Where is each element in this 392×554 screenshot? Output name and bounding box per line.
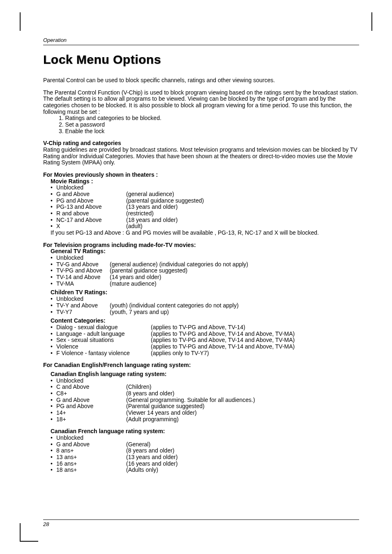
movie-ratings-list: •Unblocked •G and Above(general audience… [51, 185, 204, 230]
running-head: Operation [43, 37, 359, 45]
list-item: •16 ans+(16 years and older) [51, 461, 178, 467]
list-item: •C and Above(Children) [51, 384, 255, 390]
list-item: •Unblocked [51, 435, 178, 441]
list-item: •14+(Viewer 14 years and older) [51, 410, 255, 416]
list-item: •TV-Y and Above(youth) (individual conte… [51, 302, 239, 309]
list-item: •Unblocked [51, 185, 204, 191]
list-item: •Unblocked [51, 296, 239, 302]
list-item: •13 ans+(13 years and older) [51, 454, 178, 461]
list-item: •TV-Y7(youth, 7 years and up) [51, 309, 239, 316]
crop-mark [20, 523, 21, 542]
list-item: •Language - adult language(applies to TV… [51, 331, 295, 337]
list-item: •Violence(applies to TV-PG and Above, TV… [51, 344, 295, 350]
list-item: •Unblocked [51, 378, 255, 384]
list-item: •X(adult) [51, 223, 204, 230]
list-item: •C8+(8 years and older) [51, 390, 255, 397]
vchip-paragraph: The Parental Control Function (V-Chip) i… [43, 90, 359, 115]
movie-note: If you set PG-13 and Above : G and PG mo… [51, 230, 359, 236]
canadian-english-heading: Canadian English language rating system: [51, 371, 359, 378]
list-item: •Unblocked [51, 255, 248, 261]
page-number: 28 [43, 519, 359, 527]
general-tv-list: •Unblocked •TV-G and Above(general audie… [51, 255, 248, 287]
subheading-canadian: For Canadian English/French language rat… [43, 362, 359, 369]
children-tv-list: •Unblocked •TV-Y and Above(youth) (indiv… [51, 296, 239, 315]
list-item: •NC-17 and Above(18 years and older) [51, 217, 204, 224]
subheading-vchip: V-Chip rating and categories [43, 140, 359, 147]
general-tv-heading: General TV Ratings: [51, 248, 359, 255]
crop-mark [20, 541, 38, 542]
canadian-french-list: •Unblocked •G and Above(General) •8 ans+… [51, 435, 178, 473]
body-text: Parental Control can be used to block sp… [43, 77, 359, 473]
page-title: Lock Menu Options [43, 53, 359, 67]
list-item: •PG and Above(Parental guidance suggeste… [51, 403, 255, 410]
list-item: •G and Above(General programming. Suitab… [51, 397, 255, 404]
step-item: 2. Set a password [43, 122, 359, 128]
canadian-french-heading: Canadian French language rating system: [51, 428, 359, 435]
content-categories-heading: Content Categories: [51, 318, 359, 324]
list-item: •TV-G and Above(general audience) (indiv… [51, 261, 248, 268]
content-categories-list: •Dialog - sexual dialogue(applies to TV-… [51, 324, 295, 356]
crop-mark [20, 12, 21, 31]
list-item: •G and Above(General) [51, 441, 178, 448]
list-item: •8 ans+(8 years and older) [51, 448, 178, 454]
list-item: •PG-13 and Above(13 years and older) [51, 204, 204, 210]
vchip-body: Rating guidelines are provided by broadc… [43, 147, 359, 166]
crop-mark [371, 12, 372, 31]
list-item: •Dialog - sexual dialogue(applies to TV-… [51, 324, 295, 331]
list-item: •R and above(restricted) [51, 210, 204, 217]
list-item: •F Violence - fantasy violence(applies o… [51, 350, 295, 357]
list-item: •18 ans+(Adults only) [51, 467, 178, 473]
list-item: •18+(Adult programming) [51, 416, 255, 423]
subheading-tv: For Television programs including made-f… [43, 242, 359, 249]
list-item: •Sex - sexual situations(applies to TV-P… [51, 337, 295, 344]
page-content: Operation Lock Menu Options Parental Con… [43, 37, 359, 527]
list-item: •TV-14 and Above(14 years and older) [51, 274, 248, 281]
movie-ratings-heading: Movie Ratings : [51, 178, 359, 185]
subheading-movies: For Movies previously shown in theaters … [43, 172, 359, 178]
step-item: 3. Enable the lock [43, 128, 359, 135]
canadian-english-list: •Unblocked •C and Above(Children) •C8+(8… [51, 378, 255, 423]
list-item: •TV-MA(mature audience) [51, 281, 248, 287]
list-item: •TV-PG and Above(parental guidance sugge… [51, 268, 248, 274]
list-item: •PG and Above(parental guidance suggeste… [51, 198, 204, 204]
step-item: 1. Ratings and categories to be blocked. [43, 115, 359, 122]
list-item: •G and Above(general audience) [51, 191, 204, 198]
children-tv-heading: Children TV Ratings: [51, 289, 359, 296]
intro-paragraph: Parental Control can be used to block sp… [43, 77, 359, 84]
